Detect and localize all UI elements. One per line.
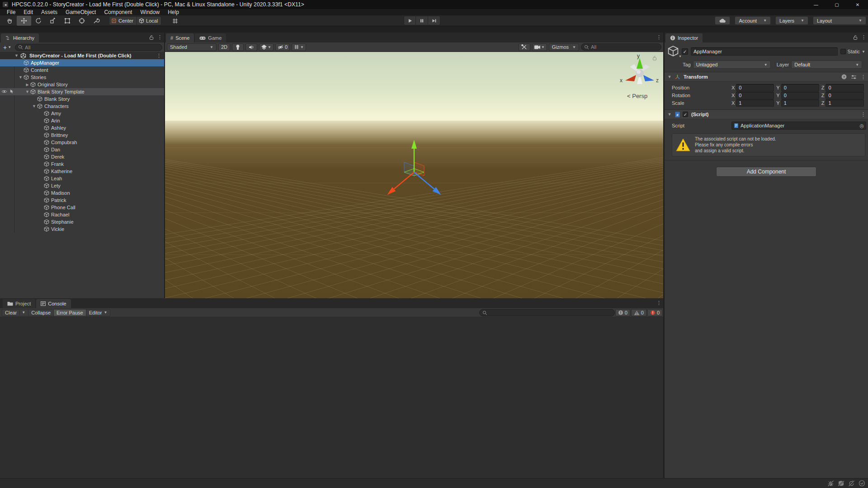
pivot-center-button[interactable]: Center <box>109 16 137 25</box>
hierarchy-item-derek[interactable]: Derek <box>0 153 164 160</box>
cache-server-status-icon[interactable] <box>838 480 844 487</box>
hierarchy-item-ashley[interactable]: Ashley <box>0 124 164 131</box>
hierarchy-item-vickie[interactable]: Vickie <box>0 225 164 233</box>
axis-x-label[interactable]: x <box>620 77 623 84</box>
position-x-input[interactable] <box>739 85 771 90</box>
rotation-z-field[interactable] <box>826 92 864 99</box>
hierarchy-search-input[interactable] <box>25 45 159 50</box>
kebab-menu-icon[interactable]: ⋮ <box>157 34 162 40</box>
scale-tool-button[interactable] <box>46 16 60 26</box>
hierarchy-item-appmanager[interactable]: AppManager <box>0 59 164 66</box>
hierarchy-item-brittney[interactable]: Brittney <box>0 131 164 139</box>
hand-tool-button[interactable] <box>2 16 17 26</box>
move-tool-button[interactable] <box>17 16 31 26</box>
scale-y-input[interactable] <box>784 100 816 106</box>
menu-help[interactable]: Help <box>164 9 183 15</box>
create-object-button[interactable]: +▼ <box>2 44 13 51</box>
menu-gameobject[interactable]: GameObject <box>61 9 100 15</box>
layer-dropdown[interactable]: Default▼ <box>791 61 862 69</box>
scene-search-input[interactable] <box>591 44 658 50</box>
position-z-input[interactable] <box>828 85 861 90</box>
space-local-button[interactable]: Local <box>137 16 161 25</box>
effects-dropdown-button[interactable]: ▼ <box>259 43 274 51</box>
hierarchy-item-rachael[interactable]: Rachael <box>0 211 164 218</box>
scene-viewport[interactable]: y x z < Persp <box>165 52 663 298</box>
view-lock-icon[interactable] <box>652 56 657 61</box>
tab-hierarchy[interactable]: Hierarchy <box>1 33 39 42</box>
rect-tool-button[interactable] <box>60 16 75 26</box>
hierarchy-item-amy[interactable]: Amy <box>0 110 164 117</box>
rotation-y-input[interactable] <box>784 93 816 98</box>
scene-camera-dropdown[interactable]: ▼ <box>532 43 547 51</box>
foldout-open-icon[interactable]: ▼ <box>14 53 19 58</box>
add-component-button[interactable]: Add Component <box>716 167 816 177</box>
script-enabled-checkbox[interactable]: ✓ <box>683 112 688 117</box>
hierarchy-item-stories[interactable]: ▼Stories <box>0 74 164 81</box>
menu-component[interactable]: Component <box>100 9 136 15</box>
hierarchy-item-madison[interactable]: Madison <box>0 189 164 197</box>
kebab-menu-icon[interactable]: ⋮ <box>861 112 866 117</box>
row-visibility-gutter[interactable] <box>1 89 14 94</box>
script-component-header[interactable]: ▼ # ✓ (Script) ⋮ <box>665 109 868 119</box>
info-count-button[interactable]: 0 <box>615 309 630 316</box>
perspective-toggle[interactable]: < Persp <box>627 93 647 99</box>
kebab-menu-icon[interactable]: ⋮ <box>861 34 866 40</box>
position-z-field[interactable] <box>826 84 864 91</box>
hierarchy-item-patrick[interactable]: Patrick <box>0 197 164 204</box>
foldout-open-icon[interactable]: ▼ <box>31 104 37 108</box>
active-checkbox[interactable]: ✓ <box>682 48 688 55</box>
grid-snap-button[interactable] <box>168 16 182 26</box>
foldout-open-icon[interactable]: ▼ <box>667 112 672 117</box>
hierarchy-scene-row[interactable]: ▼ StoryCreator - Load Me First (Double C… <box>0 52 164 59</box>
account-dropdown[interactable]: Account▼ <box>735 16 771 25</box>
debugger-status-icon[interactable] <box>827 480 834 487</box>
position-y-input[interactable] <box>784 85 816 90</box>
foldout-open-icon[interactable]: ▼ <box>18 75 24 80</box>
picking-hand-icon[interactable] <box>9 89 14 94</box>
scale-y-field[interactable] <box>781 99 819 107</box>
step-button[interactable] <box>428 16 440 25</box>
rotation-y-field[interactable] <box>781 92 819 99</box>
hierarchy-item-phone-call[interactable]: Phone Call <box>0 204 164 211</box>
scale-z-input[interactable] <box>828 100 861 106</box>
scene-searchbox[interactable] <box>581 43 661 51</box>
cloud-services-button[interactable] <box>715 16 730 25</box>
static-toggle[interactable]: Static ▼ <box>840 49 865 54</box>
scale-x-field[interactable] <box>736 99 774 107</box>
hierarchy-item-lety[interactable]: Lety <box>0 182 164 189</box>
hierarchy-item-dan[interactable]: Dan <box>0 146 164 153</box>
maximize-button[interactable]: ▢ <box>826 0 847 9</box>
console-search-input[interactable] <box>489 310 612 315</box>
lock-open-icon[interactable] <box>149 35 154 40</box>
scale-z-field[interactable] <box>826 99 864 107</box>
console-log-area[interactable] <box>0 317 663 478</box>
hierarchy-item-stephanie[interactable]: Stephanie <box>0 218 164 225</box>
clear-button[interactable]: Clear▼ <box>2 309 28 316</box>
layout-dropdown[interactable]: Layout▼ <box>813 16 866 25</box>
console-searchbox[interactable] <box>479 309 615 316</box>
script-object-field[interactable]: ApplicationManager ◎ <box>731 122 866 130</box>
error-count-button[interactable]: 0 <box>647 309 662 316</box>
pause-button[interactable] <box>416 16 428 25</box>
tag-dropdown[interactable]: Untagged▼ <box>693 61 771 69</box>
hierarchy-item-original-story[interactable]: ▶Original Story <box>0 81 164 88</box>
auto-refresh-status-icon[interactable] <box>848 480 855 487</box>
axis-y-label[interactable]: y <box>637 53 640 59</box>
lighting-toggle-button[interactable] <box>232 43 244 51</box>
2d-toggle-button[interactable]: 2D <box>218 43 230 51</box>
shading-mode-dropdown[interactable]: Shaded▼ <box>167 43 217 51</box>
tab-project[interactable]: Project <box>3 299 35 308</box>
position-x-field[interactable] <box>736 84 774 91</box>
layers-dropdown[interactable]: Layers▼ <box>775 16 808 25</box>
menu-file[interactable]: File <box>3 9 19 15</box>
hierarchy-item-compubrah[interactable]: Compubrah <box>0 139 164 146</box>
gameobject-icon[interactable]: ▼ <box>667 45 679 58</box>
scale-x-input[interactable] <box>739 100 771 106</box>
menu-edit[interactable]: Edit <box>19 9 37 15</box>
hierarchy-item-content[interactable]: Content <box>0 66 164 74</box>
tab-console[interactable]: Console <box>36 299 71 308</box>
axis-z-label[interactable]: z <box>656 77 659 84</box>
rotation-x-field[interactable] <box>736 92 774 99</box>
scene-grid-dropdown-button[interactable]: ▼ <box>292 43 306 51</box>
lock-open-icon[interactable] <box>853 35 858 40</box>
